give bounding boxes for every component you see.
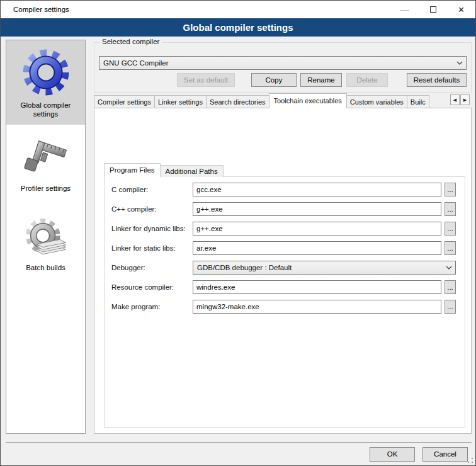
- cpp-compiler-input[interactable]: [193, 202, 441, 216]
- sidebar-item-profiler-settings[interactable]: Profiler settings: [6, 131, 85, 199]
- tab-search-directories[interactable]: Search directories: [206, 95, 269, 108]
- tab-scroll-right-button[interactable]: ▶: [460, 94, 470, 105]
- cpp-compiler-label: C++ compiler:: [111, 202, 157, 216]
- static-linker-browse-button[interactable]: ...: [445, 241, 456, 255]
- chevron-down-icon: [453, 61, 466, 65]
- maximize-icon: [430, 6, 436, 13]
- sidebar-item-label: Global compiler settings: [8, 101, 83, 118]
- tab-linker-settings[interactable]: Linker settings: [154, 95, 207, 108]
- copy-button[interactable]: Copy: [251, 73, 297, 87]
- make-program-input[interactable]: [193, 300, 441, 314]
- close-icon: ✕: [458, 5, 465, 14]
- subtab-program-files[interactable]: Program Files: [104, 163, 161, 177]
- debugger-select[interactable]: GDB/CDB debugger : Default: [193, 261, 456, 275]
- sidebar-item-label: Profiler settings: [8, 184, 83, 193]
- tab-build-options[interactable]: Builc: [407, 95, 429, 108]
- arrow-right-icon: ▶: [463, 98, 467, 102]
- tab-toolchain-executables[interactable]: Toolchain executables: [269, 93, 347, 108]
- sidebar-item-batch-builds[interactable]: Batch builds: [6, 209, 85, 278]
- dynamic-linker-browse-button[interactable]: ...: [445, 222, 456, 236]
- chevron-down-icon: [443, 266, 455, 270]
- make-program-label: Make program:: [111, 300, 160, 314]
- caliper-icon: [24, 137, 68, 181]
- settings-category-list: Global compiler settings: [6, 40, 86, 434]
- resource-compiler-input[interactable]: [193, 280, 441, 294]
- minimize-button[interactable]: —: [390, 1, 419, 18]
- resource-compiler-browse-button[interactable]: ...: [445, 280, 456, 294]
- compiler-tabs: Compiler settings Linker settings Search…: [94, 93, 450, 108]
- dialog-header: Global compiler settings: [1, 18, 475, 37]
- compiler-select-value: GNU GCC Compiler: [99, 59, 453, 67]
- maximize-button[interactable]: [419, 1, 447, 18]
- delete-button[interactable]: Delete: [346, 73, 388, 87]
- compiler-select[interactable]: GNU GCC Compiler: [99, 56, 467, 70]
- tab-custom-variables[interactable]: Custom variables: [346, 95, 407, 108]
- sidebar-item-global-compiler-settings[interactable]: Global compiler settings: [6, 40, 85, 125]
- c-compiler-label: C compiler:: [111, 183, 148, 196]
- make-program-browse-button[interactable]: ...: [445, 300, 456, 314]
- ok-button[interactable]: OK: [370, 447, 415, 462]
- rename-button[interactable]: Rename: [300, 73, 342, 87]
- c-compiler-input[interactable]: [193, 183, 441, 196]
- debugger-label: Debugger:: [111, 261, 145, 275]
- gear-blue-icon: [20, 47, 72, 98]
- cpp-compiler-browse-button[interactable]: ...: [445, 202, 456, 216]
- debugger-select-value: GDB/CDB debugger : Default: [193, 264, 443, 271]
- dynamic-linker-label: Linker for dynamic libs:: [111, 222, 186, 236]
- reset-defaults-button[interactable]: Reset defaults: [407, 73, 467, 87]
- window-title: Compiler settings: [13, 1, 69, 18]
- resize-grip-icon[interactable]: [467, 457, 473, 463]
- dynamic-linker-input[interactable]: [193, 222, 441, 236]
- page-title: Global compiler settings: [183, 22, 293, 33]
- c-compiler-browse-button[interactable]: ...: [445, 183, 456, 196]
- toolchain-subtabs: Program Files Additional Paths: [104, 163, 223, 177]
- cancel-button[interactable]: Cancel: [422, 447, 468, 462]
- compiler-settings-dialog: Compiler settings — ✕ Global compiler se…: [0, 0, 476, 466]
- gear-gray-stack-icon: [21, 215, 71, 261]
- group-label: Selected compiler: [99, 38, 162, 45]
- resource-compiler-label: Resource compiler:: [111, 280, 174, 294]
- subtab-additional-paths[interactable]: Additional Paths: [160, 165, 224, 177]
- tab-scroll-left-button[interactable]: ◀: [450, 94, 460, 105]
- minimize-icon: —: [400, 4, 409, 14]
- close-button[interactable]: ✕: [447, 1, 475, 18]
- static-linker-input[interactable]: [193, 241, 441, 255]
- footer-divider: [6, 442, 472, 443]
- sidebar-item-label: Batch builds: [8, 263, 83, 272]
- set-as-default-button[interactable]: Set as default: [177, 73, 235, 87]
- arrow-left-icon: ◀: [453, 98, 456, 102]
- tab-compiler-settings[interactable]: Compiler settings: [94, 95, 155, 108]
- static-linker-label: Linker for static libs:: [111, 241, 176, 255]
